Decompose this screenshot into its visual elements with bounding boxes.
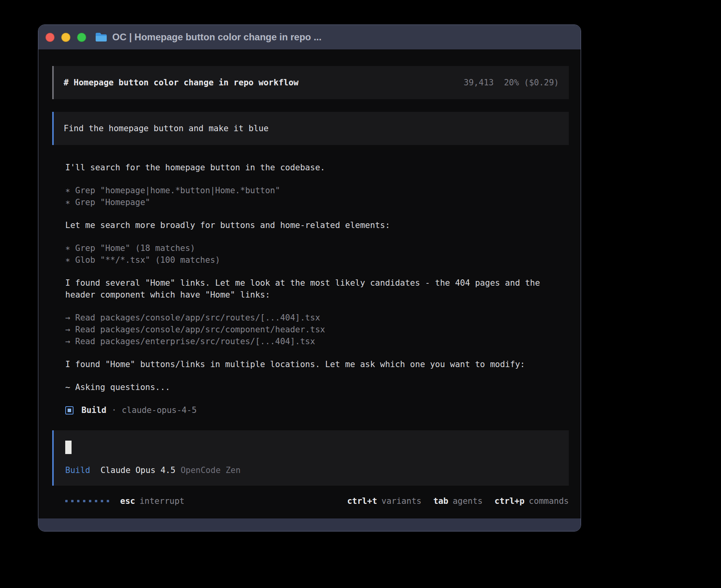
status-bar: esc interrupt ctrl+t variants tab agents xyxy=(52,495,569,507)
hint-key: ctrl+p xyxy=(495,495,525,507)
hint-key: ctrl+t xyxy=(347,495,377,507)
user-message: Find the homepage button and make it blu… xyxy=(52,112,569,145)
transcript-line: ∗ Grep "homepage|home.*button|Home.*butt… xyxy=(65,185,567,196)
window-title: OC | Homepage button color change in rep… xyxy=(112,32,321,43)
composer-model[interactable]: Claude Opus 4.5 xyxy=(100,464,176,476)
close-button[interactable] xyxy=(45,33,55,42)
status-right: ctrl+t variants tab agents ctrl+p comman… xyxy=(347,495,569,507)
agent-badge: Build · claude-opus-4-5 xyxy=(52,404,569,416)
token-count: 39,413 xyxy=(464,77,494,89)
transcript-line: ∗ Grep "Homepage" xyxy=(65,196,567,208)
keyboard-hint: tab agents xyxy=(433,495,483,507)
status-left: esc interrupt xyxy=(65,495,185,507)
transcript-line: → Read packages/console/app/src/routes/[… xyxy=(65,312,567,324)
terminal-window: OC | Homepage button color change in rep… xyxy=(38,24,581,531)
spinner-dots-icon xyxy=(65,500,109,502)
user-message-text: Find the homepage button and make it blu… xyxy=(64,124,268,133)
transcript-line: I found "Home" buttons/links in multiple… xyxy=(65,358,567,370)
assistant-transcript: I'll search for the homepage button in t… xyxy=(52,162,569,393)
text-cursor xyxy=(65,441,72,454)
composer-meta: Build Claude Opus 4.5 OpenCode Zen xyxy=(65,464,557,476)
agent-badge-model: claude-opus-4-5 xyxy=(122,404,197,416)
keyboard-hint: ctrl+p commands xyxy=(495,495,569,507)
session-header: # Homepage button color change in repo w… xyxy=(52,66,569,99)
session-stats: 39,413 20% ($0.29) xyxy=(464,77,559,89)
folder-icon xyxy=(95,32,107,42)
transcript-line: ∗ Grep "Home" (18 matches) xyxy=(65,242,567,254)
fullscreen-button[interactable] xyxy=(77,33,86,42)
transcript-line: ~ Asking questions... xyxy=(65,381,567,393)
terminal-body: # Homepage button color change in repo w… xyxy=(38,49,581,518)
hint-key: tab xyxy=(433,495,448,507)
context-cost: 20% ($0.29) xyxy=(504,77,559,89)
composer-agent[interactable]: Build xyxy=(65,464,90,476)
prompt-input[interactable]: Build Claude Opus 4.5 OpenCode Zen xyxy=(52,430,569,486)
hint-action: agents xyxy=(453,495,483,507)
hint-action: variants xyxy=(381,495,421,507)
agent-badge-separator: · xyxy=(111,404,117,416)
keyboard-hint: ctrl+t variants xyxy=(347,495,421,507)
transcript-line: → Read packages/enterprise/src/routes/[.… xyxy=(65,335,567,347)
agent-build-icon xyxy=(65,406,74,415)
esc-action-label: interrupt xyxy=(140,495,185,507)
transcript-line: I found several "Home" links. Let me loo… xyxy=(65,277,567,301)
transcript-line: ∗ Glob "**/*.tsx" (100 matches) xyxy=(65,254,567,266)
session-title: # Homepage button color change in repo w… xyxy=(64,77,298,89)
transcript-line: → Read packages/console/app/src/componen… xyxy=(65,324,567,335)
agent-badge-label: Build xyxy=(81,404,106,416)
hint-action: commands xyxy=(529,495,569,507)
window-titlebar: OC | Homepage button color change in rep… xyxy=(38,25,581,49)
transcript-line: Let me search more broadly for buttons a… xyxy=(65,219,567,231)
esc-key-hint: esc xyxy=(120,495,135,507)
minimize-button[interactable] xyxy=(61,33,70,42)
composer-provider: OpenCode Zen xyxy=(181,464,241,476)
window-bottom-chrome xyxy=(38,518,581,531)
transcript-line: I'll search for the homepage button in t… xyxy=(65,162,567,173)
traffic-lights xyxy=(45,33,86,42)
